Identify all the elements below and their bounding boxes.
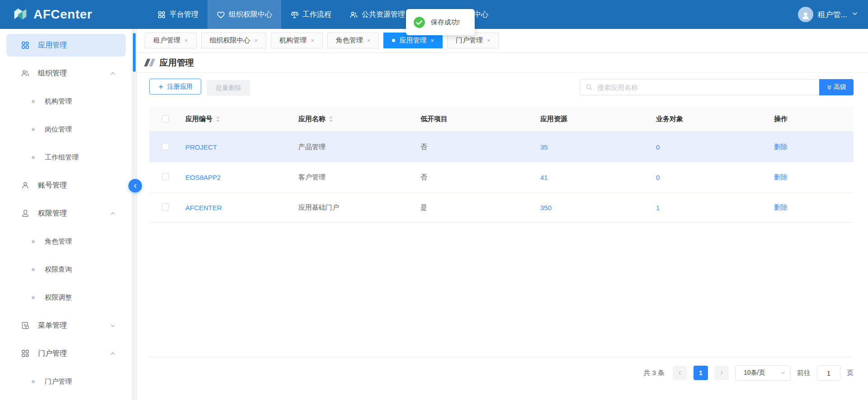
sidebar-item[interactable]: 权限调整	[6, 286, 126, 309]
column-header-label: 业务对象	[656, 115, 683, 123]
prev-page-button[interactable]	[673, 366, 687, 380]
app-table: 应用编号应用名称低开项目应用资源业务对象操作 PROJECT产品管理否350删除…	[149, 106, 854, 223]
biz-objects-link[interactable]: 0	[656, 143, 660, 151]
pagination: 共 3 条 1 10条/页 前往 页	[643, 365, 854, 381]
app-code-link[interactable]: PROJECT	[185, 143, 217, 151]
tab-label: 门户管理	[456, 36, 483, 45]
close-icon[interactable]: ×	[255, 38, 258, 43]
appstore-icon	[21, 41, 30, 50]
column-header[interactable]: 应用名称	[288, 115, 410, 123]
app-code-link[interactable]: EOS8APP2	[185, 174, 221, 181]
app-resources-link[interactable]: 350	[540, 204, 552, 212]
close-icon[interactable]: ×	[367, 38, 371, 43]
table-cell: 41	[529, 174, 645, 181]
table-cell: 1	[645, 204, 763, 212]
heart-icon	[217, 10, 225, 19]
page-number-1[interactable]: 1	[693, 366, 708, 380]
column-header-label: 操作	[774, 115, 788, 123]
afcenter-app: AFCenter 平台管理组织权限中心工作流程公共资源管理中心 租户管... 保…	[0, 0, 868, 400]
close-icon[interactable]: ×	[487, 38, 491, 43]
row-checkbox[interactable]	[162, 143, 169, 150]
doc-icon	[21, 321, 30, 330]
toast-message: 保存成功!	[431, 18, 460, 27]
goto-page-input[interactable]	[817, 365, 840, 381]
sort-carets-icon[interactable]	[216, 116, 220, 122]
delete-link[interactable]: 删除	[774, 203, 788, 211]
page-size-select[interactable]: 10条/页	[735, 365, 791, 381]
sidebar-item[interactable]: 工作组管理	[6, 146, 126, 169]
sidebar-item-label: 门户管理	[38, 349, 67, 358]
tab[interactable]: 租户管理×	[145, 33, 197, 48]
tab-label: 应用管理	[399, 36, 426, 45]
close-icon[interactable]: ×	[311, 38, 314, 43]
search-input[interactable]	[580, 79, 819, 95]
sidebar-item-label: 岗位管理	[45, 125, 72, 134]
table-cell: 否	[410, 173, 529, 182]
row-checkbox[interactable]	[162, 173, 169, 180]
sidebar-item[interactable]: 应用管理	[6, 34, 126, 56]
close-icon[interactable]: ×	[430, 38, 434, 43]
sidebar-item[interactable]: 门户管理	[6, 370, 126, 393]
column-header: 业务对象	[645, 115, 763, 123]
table-cell: 删除	[763, 203, 854, 212]
app-resources-link[interactable]: 35	[540, 143, 548, 151]
delete-link[interactable]: 删除	[774, 173, 788, 181]
table-cell: AFCENTER	[175, 204, 288, 212]
advanced-search-button[interactable]: 高级	[819, 79, 854, 95]
chevron-down-icon	[110, 323, 116, 329]
biz-objects-link[interactable]: 0	[656, 174, 660, 181]
sidebar-item[interactable]: 门户管理	[6, 342, 126, 365]
row-check-cell	[149, 143, 175, 151]
column-header-label: 低开项目	[420, 115, 448, 123]
delete-link[interactable]: 删除	[774, 143, 788, 151]
page-title-icon	[146, 59, 154, 66]
user-icon	[21, 181, 30, 190]
sidebar-item[interactable]: 角色管理	[6, 230, 126, 253]
afcenter-logo-icon	[12, 6, 29, 23]
column-header[interactable]: 应用编号	[175, 115, 288, 123]
sidebar-item-label: 机构管理	[45, 97, 72, 106]
nav-item[interactable]: 组织权限中心	[208, 0, 281, 29]
next-page-button[interactable]	[714, 366, 729, 380]
app-code-link[interactable]: AFCENTER	[185, 204, 222, 212]
low-code-text: 是	[420, 203, 427, 211]
brand[interactable]: AFCenter	[12, 0, 92, 29]
sidebar-item[interactable]: 账号管理	[6, 174, 126, 197]
sidebar-item-label: 组织管理	[38, 69, 67, 78]
page-title: 应用管理	[160, 57, 194, 69]
tab[interactable]: 机构管理×	[271, 33, 323, 48]
scrollbar-thumb[interactable]	[133, 33, 136, 72]
batch-delete-button[interactable]: 批量删除	[207, 80, 250, 96]
bullet-icon	[32, 380, 35, 383]
sidebar-item[interactable]: 菜单管理	[6, 314, 126, 337]
column-header: 应用资源	[529, 115, 645, 123]
bullet-icon	[32, 240, 35, 243]
main-content: 租户管理×组织权限中心×机构管理×角色管理×应用管理×门户管理× 应用管理 注册…	[137, 29, 868, 400]
sidebar-item[interactable]: 岗位管理	[6, 118, 126, 141]
sidebar-item[interactable]: 机构管理	[6, 90, 126, 113]
app-resources-link[interactable]: 41	[540, 174, 548, 181]
chevron-up-icon	[110, 351, 116, 357]
table-cell: PROJECT	[175, 143, 288, 151]
sidebar-item[interactable]: 权限管理	[6, 202, 126, 225]
register-app-button[interactable]: 注册应用	[149, 79, 201, 94]
sidebar-item[interactable]: 权限查询	[6, 258, 126, 281]
nav-item[interactable]: 公共资源管理	[340, 0, 414, 29]
table-header-row: 应用编号应用名称低开项目应用资源业务对象操作	[149, 106, 854, 132]
tab[interactable]: 组织权限中心×	[201, 33, 267, 48]
select-all-checkbox[interactable]	[162, 115, 169, 122]
bullet-icon	[32, 296, 35, 299]
user-menu[interactable]: 租户管...	[798, 0, 858, 29]
biz-objects-link[interactable]: 1	[656, 204, 660, 212]
select-all-cell	[149, 115, 175, 122]
nav-item[interactable]: 平台管理	[148, 0, 208, 29]
sidebar-item[interactable]: 组织管理	[6, 62, 126, 85]
tab[interactable]: 角色管理×	[327, 33, 379, 48]
close-icon[interactable]: ×	[184, 38, 188, 43]
table-row: EOS8APP2客户管理否410删除	[149, 162, 854, 193]
sidebar-collapse-button[interactable]	[128, 179, 142, 193]
people-icon	[349, 10, 358, 19]
row-checkbox[interactable]	[162, 203, 169, 211]
sort-carets-icon[interactable]	[329, 116, 333, 122]
nav-item[interactable]: 工作流程	[281, 0, 340, 29]
